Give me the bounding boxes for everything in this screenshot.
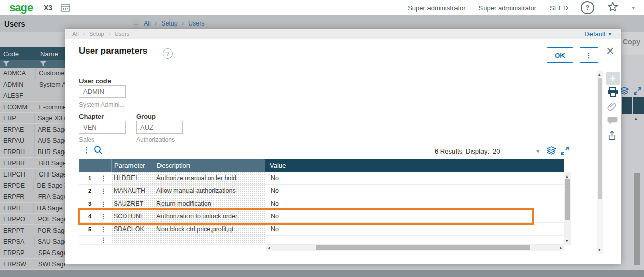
add-record-button[interactable] bbox=[606, 72, 620, 85]
chevron-down-icon[interactable] bbox=[536, 148, 540, 155]
parameter-cell[interactable]: HLDREL bbox=[111, 172, 154, 184]
chapter-helper: Sales bbox=[79, 136, 94, 143]
scroll-down-arrow[interactable] bbox=[566, 238, 568, 244]
breadcrumb-item[interactable]: All bbox=[72, 31, 79, 37]
attachment-icon[interactable] bbox=[607, 102, 618, 114]
ok-button[interactable]: OK bbox=[547, 47, 573, 63]
parameters-table-header: Parameter Description Value bbox=[79, 159, 564, 172]
row-actions-header bbox=[96, 159, 111, 172]
table-row[interactable] bbox=[79, 236, 564, 245]
description-cell[interactable]: Authorization to unlock order bbox=[154, 210, 265, 222]
parameter-cell[interactable]: SDACLOK bbox=[111, 223, 154, 235]
column-header-value[interactable]: Value bbox=[265, 159, 564, 172]
display-label: Display: bbox=[466, 147, 489, 155]
description-cell[interactable]: Non block ctrl price,profit,qt bbox=[154, 223, 265, 235]
table-horizontal-scrollbar[interactable] bbox=[266, 245, 564, 251]
scroll-up-arrow[interactable] bbox=[598, 71, 601, 78]
print-icon[interactable] bbox=[607, 87, 619, 99]
modal-breadcrumb-bar bbox=[65, 29, 621, 39]
share-icon[interactable] bbox=[607, 131, 617, 142]
chevron-down-icon[interactable] bbox=[632, 5, 635, 11]
layers-icon[interactable] bbox=[547, 146, 556, 157]
scrollbar-thumb[interactable] bbox=[316, 245, 530, 250]
comment-icon[interactable] bbox=[607, 116, 618, 127]
help-icon[interactable]: ? bbox=[581, 1, 594, 14]
expand-icon[interactable] bbox=[561, 147, 569, 157]
chapter-label: Chapter bbox=[79, 113, 104, 120]
table-row[interactable]: 1 HLDREL Authorize manual order hold No bbox=[79, 172, 564, 185]
row-number: 5 bbox=[79, 223, 96, 235]
breadcrumb-item[interactable]: Users bbox=[104, 31, 130, 37]
description-cell[interactable]: Allow manual authorizations bbox=[154, 185, 265, 197]
search-icon[interactable] bbox=[94, 145, 103, 157]
table-row[interactable]: 2 MANAUTH Allow manual authorizations No bbox=[79, 185, 564, 197]
calendar-icon[interactable] bbox=[61, 3, 70, 14]
row-number: 3 bbox=[79, 197, 96, 210]
scroll-left-arrow[interactable] bbox=[267, 245, 270, 251]
chevron-down-icon bbox=[608, 31, 611, 37]
row-kebab-icon[interactable] bbox=[96, 223, 111, 235]
user-code-helper: System Admini... bbox=[79, 101, 124, 108]
user-code-field[interactable]: ADMIN bbox=[79, 85, 126, 98]
scroll-down-arrow[interactable] bbox=[598, 247, 601, 253]
row-number bbox=[79, 236, 96, 244]
column-header-description[interactable]: Description bbox=[154, 159, 265, 172]
scroll-up-arrow[interactable] bbox=[566, 173, 568, 179]
user-code-label: User code bbox=[79, 77, 111, 85]
user-parameters-dialog: All Setup Users Default User parameters … bbox=[65, 29, 621, 264]
kebab-icon bbox=[585, 52, 592, 59]
grid-actions-icon[interactable] bbox=[83, 145, 90, 155]
description-cell[interactable] bbox=[154, 236, 265, 244]
description-cell[interactable]: Return modification bbox=[154, 197, 265, 210]
table-row[interactable]: 3 SAUZRET Return modification No bbox=[79, 197, 564, 210]
parameters-table: Parameter Description Value 1 HLDREL Aut… bbox=[79, 159, 571, 251]
product-name: X3 bbox=[44, 4, 52, 12]
row-number: 1 bbox=[79, 172, 96, 184]
row-number-header bbox=[79, 159, 96, 172]
row-kebab-icon[interactable] bbox=[96, 172, 111, 184]
breadcrumb-item[interactable]: Setup bbox=[79, 31, 104, 37]
view-selector[interactable]: Default bbox=[584, 30, 611, 38]
row-kebab-icon[interactable] bbox=[96, 236, 111, 244]
value-cell[interactable]: No bbox=[265, 172, 564, 184]
column-header-parameter[interactable]: Parameter bbox=[111, 159, 154, 172]
parameter-cell[interactable]: MANAUTH bbox=[111, 185, 154, 197]
table-row[interactable]: 5 SDACLOK Non block ctrl price,profit,qt… bbox=[79, 223, 564, 236]
view-selector-label: Default bbox=[584, 30, 605, 38]
value-cell[interactable]: No bbox=[265, 197, 564, 210]
value-cell[interactable] bbox=[265, 236, 564, 244]
favorites-star-icon[interactable] bbox=[607, 1, 619, 14]
description-cell[interactable]: Authorize manual order hold bbox=[154, 172, 265, 184]
chapter-field[interactable]: VEN bbox=[79, 121, 126, 134]
value-cell[interactable]: No bbox=[265, 210, 564, 222]
endpoint-badge[interactable]: SEED bbox=[550, 4, 568, 12]
row-kebab-icon[interactable] bbox=[96, 185, 111, 197]
user-name[interactable]: Super administrator bbox=[479, 4, 536, 12]
value-cell[interactable]: No bbox=[265, 223, 564, 235]
table-row-highlighted[interactable]: 4 SCDTUNL Authorization to unlock order … bbox=[79, 210, 564, 223]
dialog-scrollbar[interactable] bbox=[597, 70, 603, 254]
scrollbar-thumb[interactable] bbox=[598, 78, 602, 199]
parameter-cell[interactable]: SAUZRET bbox=[111, 197, 154, 210]
title-help-icon[interactable]: ? bbox=[163, 48, 173, 59]
more-actions-button[interactable] bbox=[580, 47, 598, 63]
table-vertical-scrollbar[interactable] bbox=[564, 172, 571, 245]
top-bar: sage X3 Super administrator Super admini… bbox=[0, 0, 644, 15]
group-field[interactable]: AUZ bbox=[136, 121, 183, 134]
row-kebab-icon[interactable] bbox=[96, 210, 111, 222]
sage-logo[interactable]: sage bbox=[9, 1, 33, 14]
divider bbox=[38, 3, 38, 12]
row-number: 2 bbox=[79, 185, 96, 197]
dialog-title: User parameters bbox=[79, 46, 147, 56]
scroll-right-arrow[interactable] bbox=[560, 245, 562, 251]
modal-breadcrumb: All Setup Users bbox=[72, 31, 130, 37]
close-icon[interactable] bbox=[606, 44, 614, 58]
value-cell[interactable]: No bbox=[265, 185, 564, 197]
results-count: 6 Results bbox=[435, 147, 462, 155]
parameter-cell[interactable] bbox=[111, 236, 154, 244]
row-kebab-icon[interactable] bbox=[96, 197, 111, 210]
display-page-size[interactable]: 20 bbox=[493, 147, 500, 155]
scrollbar-thumb[interactable] bbox=[565, 179, 570, 220]
user-role[interactable]: Super administrator bbox=[408, 4, 465, 12]
parameter-cell[interactable]: SCDTUNL bbox=[111, 210, 154, 222]
